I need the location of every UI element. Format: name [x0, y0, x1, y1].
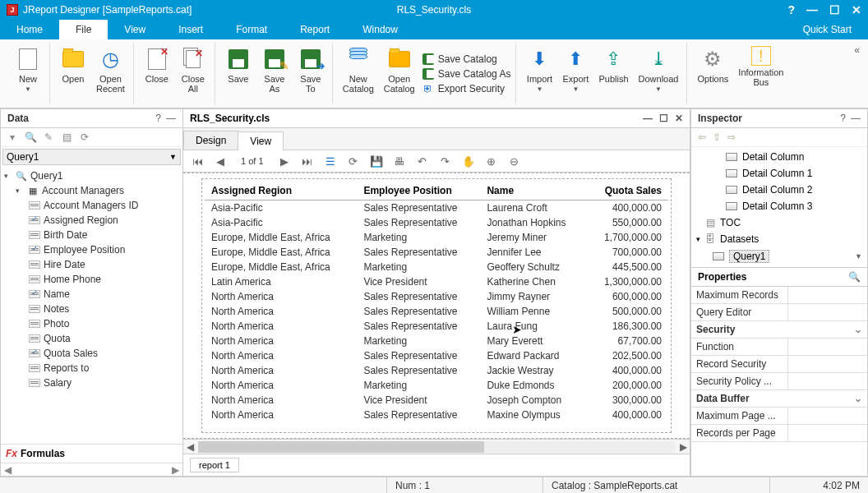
maximize-icon[interactable]: ☐ — [829, 3, 840, 16]
tree-field[interactable]: Birth Date — [1, 228, 182, 242]
filter-icon[interactable]: ▾ — [6, 131, 19, 143]
nav-fwd-icon[interactable]: ⇨ — [727, 131, 736, 143]
property-value[interactable] — [788, 425, 867, 441]
menu-quickstart[interactable]: Quick Start — [787, 20, 868, 39]
tree-datasets[interactable]: ▾🗄Datasets — [695, 233, 864, 246]
search-icon[interactable]: 🔍 — [848, 271, 861, 283]
minimize-panel-icon[interactable]: — — [166, 113, 176, 124]
menu-file[interactable]: File — [59, 20, 108, 39]
property-value[interactable] — [788, 304, 867, 320]
property-row[interactable]: Query Editor — [691, 304, 867, 321]
first-page-icon[interactable]: ⏮ — [190, 154, 205, 168]
editor-hscroll[interactable]: ◀ ▶ — [183, 439, 690, 454]
close-button[interactable]: ✕ Close — [141, 43, 173, 104]
close-all-button[interactable]: ✕ Close All — [177, 43, 210, 104]
information-bus-button[interactable]: ! Information Bus — [735, 43, 787, 104]
scroll-down-icon[interactable]: ▼ — [855, 252, 862, 260]
section-data-buffer[interactable]: Data Buffer⌄ — [691, 390, 867, 408]
nav-back-icon[interactable]: ⇦ — [698, 131, 706, 143]
open-button[interactable]: Open — [57, 43, 90, 104]
edit-icon[interactable]: ✎ — [42, 131, 55, 143]
property-row[interactable]: Maximum Page ... — [691, 408, 867, 425]
next-page-icon[interactable]: ▶ — [277, 154, 292, 168]
minimize-panel-icon[interactable]: — — [851, 113, 861, 124]
menu-home[interactable]: Home — [0, 20, 59, 39]
menu-insert[interactable]: Insert — [162, 20, 219, 39]
tree-field[interactable]: Salary — [1, 376, 182, 390]
report-tab-1[interactable]: report 1 — [190, 458, 239, 472]
tab-view[interactable]: View — [238, 131, 284, 150]
tree-field[interactable]: Hire Date — [1, 257, 182, 272]
options-button[interactable]: ⚙ Options — [694, 43, 732, 104]
search-icon[interactable]: 🔍 — [24, 131, 37, 143]
property-value[interactable] — [788, 339, 867, 355]
menu-window[interactable]: Window — [346, 20, 414, 39]
data-hscroll[interactable]: ◀▶ — [1, 463, 182, 476]
help-icon[interactable]: ? — [840, 113, 846, 124]
menu-report[interactable]: Report — [284, 20, 346, 39]
menu-format[interactable]: Format — [219, 20, 284, 39]
redo-icon[interactable]: ↷ — [438, 154, 453, 168]
formulas-row[interactable]: Fx Formulas — [1, 444, 182, 463]
tree-account-managers[interactable]: ▾▦Account Managers — [1, 183, 182, 198]
prev-page-icon[interactable]: ◀ — [213, 154, 228, 168]
tree-field[interactable]: Notes — [1, 302, 182, 316]
new-catalog-button[interactable]: New Catalog — [339, 43, 377, 104]
tree-toc[interactable]: ▤TOC — [695, 216, 864, 229]
property-row[interactable]: Maximum Records — [691, 287, 867, 304]
tree-field[interactable]: Name — [1, 287, 182, 302]
export-security-button[interactable]: ⛨Export Security — [422, 82, 511, 95]
tree-field[interactable]: Photo — [1, 316, 182, 331]
export-button[interactable]: ⬆ Export ▼ — [559, 43, 592, 104]
scroll-thumb[interactable] — [198, 441, 484, 453]
save-catalog-button[interactable]: Save Catalog — [422, 53, 511, 66]
section-security[interactable]: Security⌄ — [691, 321, 867, 339]
help-icon[interactable]: ? — [155, 113, 161, 124]
restore-doc-icon[interactable]: ☐ — [659, 113, 668, 124]
nav-up-icon[interactable]: ⇧ — [713, 131, 721, 143]
undo-icon[interactable]: ↶ — [415, 154, 430, 168]
list-view-icon[interactable]: ☰ — [323, 154, 338, 168]
open-catalog-button[interactable]: Open Catalog — [381, 43, 418, 104]
save-as-button[interactable]: ✎ Save As — [258, 43, 291, 104]
tree-field[interactable]: Quota Sales — [1, 346, 182, 361]
zoom-in-icon[interactable]: ⊕ — [484, 154, 499, 168]
last-page-icon[interactable]: ⏭ — [300, 154, 315, 168]
help-icon[interactable]: ? — [787, 3, 795, 16]
download-button[interactable]: ⤓ Download ▼ — [635, 43, 682, 104]
tree-detail-column-2[interactable]: Detail Column 2 — [695, 183, 864, 196]
property-row[interactable]: Function — [691, 339, 867, 356]
tree-field[interactable]: Reports to — [1, 361, 182, 376]
publish-button[interactable]: ⇪ Publish — [595, 43, 631, 104]
tree-field[interactable]: Quota — [1, 331, 182, 346]
save-to-button[interactable]: ➜ Save To — [294, 43, 327, 104]
property-row[interactable]: Record Security — [691, 356, 867, 373]
property-value[interactable] — [788, 287, 867, 303]
save-catalog-as-button[interactable]: Save Catalog As — [422, 67, 511, 81]
property-value[interactable] — [788, 408, 867, 424]
save-button[interactable]: Save — [222, 43, 255, 104]
tree-field[interactable]: Assigned Region — [1, 213, 182, 228]
zoom-out-icon[interactable]: ⊖ — [507, 154, 522, 168]
print-icon[interactable]: 🖶 — [392, 154, 407, 168]
property-row[interactable]: Records per Page — [691, 425, 867, 442]
tree-detail-column-1[interactable]: Detail Column 1 — [695, 167, 864, 180]
close-icon[interactable]: ✕ — [852, 3, 861, 16]
property-row[interactable]: Security Policy ... — [691, 373, 867, 390]
new-button[interactable]: New ▼ — [12, 43, 44, 104]
refresh-view-icon[interactable]: ⟳ — [346, 154, 361, 168]
query-selector[interactable]: Query1 ▼ — [2, 149, 181, 165]
tree-field[interactable]: Employee Position — [1, 242, 182, 257]
close-doc-icon[interactable]: ✕ — [675, 113, 683, 124]
import-button[interactable]: ⬇ Import ▼ — [523, 43, 556, 104]
tab-design[interactable]: Design — [183, 131, 238, 150]
property-value[interactable] — [788, 373, 867, 389]
refresh-icon[interactable]: ⟳ — [78, 131, 91, 143]
tree-detail-column[interactable]: Detail Column — [695, 150, 864, 164]
ribbon-collapse-icon[interactable]: « — [854, 44, 860, 56]
list-icon[interactable]: ▤ — [60, 131, 73, 143]
tree-field[interactable]: Account Managers ID — [1, 198, 182, 213]
scroll-left-icon[interactable]: ◀ — [183, 441, 196, 453]
scroll-right-icon[interactable]: ▶ — [676, 441, 690, 453]
tree-query1[interactable]: Query1▼ — [695, 249, 864, 264]
